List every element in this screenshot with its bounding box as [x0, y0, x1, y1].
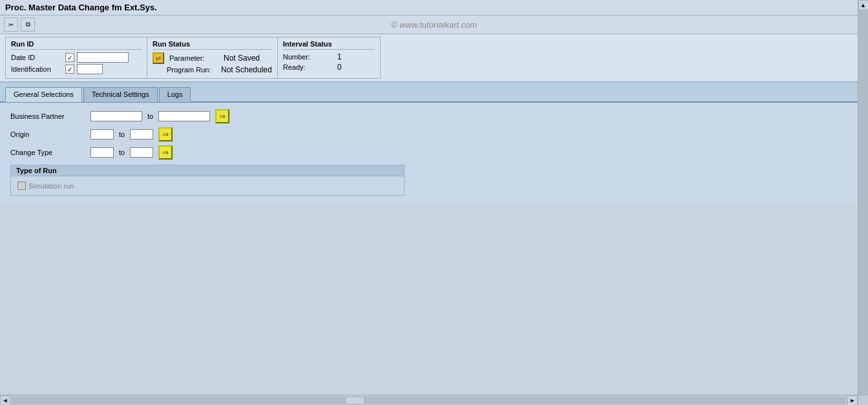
- change-type-arrow-btn[interactable]: ⇒: [158, 145, 173, 160]
- ready-label: Ready:: [283, 63, 335, 71]
- toolbar-btn-cut[interactable]: ✂: [4, 17, 18, 32]
- identification-checkbox[interactable]: ✓: [65, 65, 74, 74]
- simulation-row: Simulation run: [17, 182, 397, 190]
- origin-from-input[interactable]: [90, 129, 114, 140]
- change-type-row: Change Type to ⇒: [10, 145, 847, 160]
- bottom-bar: ◄ ►: [0, 395, 868, 405]
- origin-row: Origin to ⇒: [10, 127, 847, 141]
- business-partner-to-input[interactable]: [158, 111, 210, 121]
- program-run-value: Not Scheduled: [221, 65, 272, 74]
- interval-status-title: Interval Status: [283, 40, 375, 50]
- number-row: Number: 1: [283, 52, 375, 61]
- date-id-checkbox[interactable]: ✓: [65, 53, 74, 62]
- business-partner-from-input[interactable]: [90, 111, 142, 121]
- business-partner-arrow-btn[interactable]: ⇒: [215, 109, 229, 123]
- ready-value: 0: [337, 63, 342, 72]
- program-run-label: Program Run:: [167, 66, 218, 74]
- parameter-value: Not Saved: [224, 54, 260, 63]
- origin-arrow-btn[interactable]: ⇒: [158, 127, 173, 141]
- date-id-input[interactable]: [77, 52, 129, 63]
- number-value: 1: [337, 52, 342, 61]
- type-of-run-title: Type of Run: [11, 165, 404, 176]
- tabs-bar: General Selections Technical Settings Lo…: [0, 83, 858, 103]
- corner-box: [858, 395, 868, 406]
- date-id-row: Date ID ✓: [11, 52, 142, 63]
- scroll-left-btn[interactable]: ◄: [0, 395, 10, 406]
- parameter-row: ⇄ Parameter: Not Saved: [153, 52, 272, 64]
- type-of-run-box: Type of Run Simulation run: [10, 165, 405, 196]
- ready-row: Ready: 0: [283, 63, 375, 72]
- form-section: Business Partner to ⇒ Origin to ⇒ Change…: [0, 103, 858, 202]
- run-id-title: Run ID: [11, 40, 142, 50]
- info-section: Run ID Date ID ✓ Identification ✓ Run St…: [0, 34, 858, 83]
- tab-general-selections[interactable]: General Selections: [5, 87, 82, 102]
- parameter-label: Parameter:: [169, 54, 221, 62]
- toolbar: ✂ ⧉ © www.tutorialkart.com: [0, 16, 868, 34]
- status-icon: ⇄: [153, 52, 164, 64]
- origin-to-input[interactable]: [130, 129, 153, 140]
- run-id-block: Run ID Date ID ✓ Identification ✓: [5, 37, 147, 79]
- toolbar-btn-copy[interactable]: ⧉: [21, 17, 35, 32]
- to-label-2: to: [119, 130, 125, 138]
- business-partner-row: Business Partner to ⇒: [10, 109, 847, 123]
- tab-technical-settings[interactable]: Technical Settings: [83, 87, 158, 102]
- run-status-block: Run Status ⇄ Parameter: Not Saved Progra…: [147, 37, 278, 79]
- vertical-scrollbar: ▲ ▼: [858, 0, 868, 405]
- scroll-right-btn[interactable]: ►: [847, 395, 858, 406]
- main-window: Proc. Master Data Change fm Ext.Sys. ✂ ⧉…: [0, 0, 868, 405]
- number-label: Number:: [283, 53, 335, 61]
- h-scroll-handle[interactable]: [345, 397, 365, 404]
- interval-status-block: Interval Status Number: 1 Ready: 0: [277, 37, 381, 79]
- date-id-label: Date ID: [11, 54, 63, 61]
- title-bar: Proc. Master Data Change fm Ext.Sys.: [0, 0, 868, 16]
- program-run-row: Program Run: Not Scheduled: [153, 65, 272, 74]
- horizontal-scrollbar: ◄ ►: [0, 395, 858, 406]
- origin-label: Origin: [10, 130, 88, 138]
- simulation-label: Simulation run: [28, 182, 74, 190]
- watermark: © www.tutorialkart.com: [391, 20, 477, 30]
- change-type-to-input[interactable]: [130, 147, 153, 158]
- to-label-1: to: [147, 112, 153, 120]
- simulation-checkbox[interactable]: [17, 182, 26, 190]
- change-type-from-input[interactable]: [90, 147, 114, 158]
- identification-label: Identification: [11, 65, 63, 73]
- run-status-title: Run Status: [153, 40, 272, 50]
- change-type-label: Change Type: [10, 149, 88, 156]
- identification-input[interactable]: [77, 64, 103, 74]
- content-wrapper: Run ID Date ID ✓ Identification ✓ Run St…: [0, 34, 858, 202]
- identification-row: Identification ✓: [11, 64, 142, 74]
- type-of-run-content: Simulation run: [11, 176, 404, 195]
- to-label-3: to: [119, 149, 125, 156]
- scroll-up-btn[interactable]: ▲: [858, 0, 869, 10]
- window-title: Proc. Master Data Change fm Ext.Sys.: [5, 3, 157, 12]
- business-partner-label: Business Partner: [10, 112, 88, 120]
- tab-logs[interactable]: Logs: [159, 87, 191, 102]
